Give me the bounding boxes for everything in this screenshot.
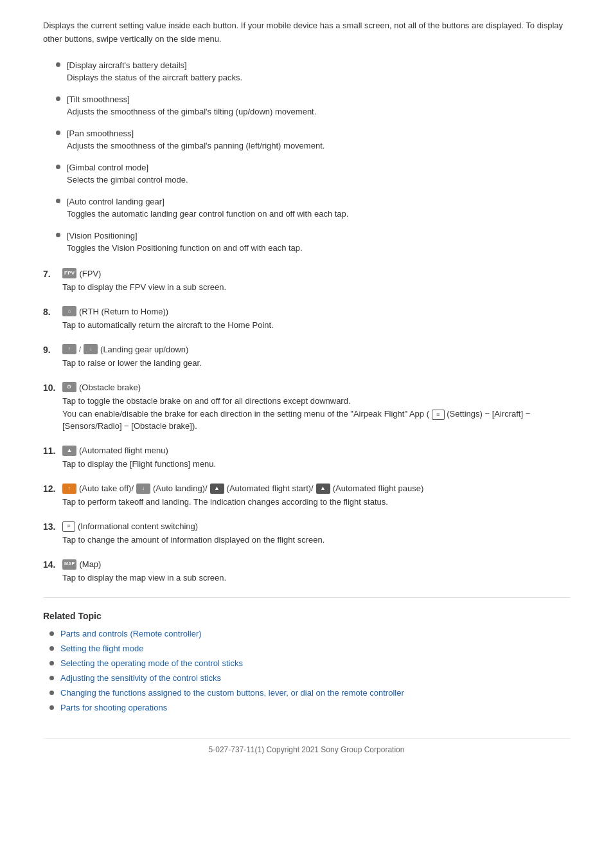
bullet-desc-3: Adjusts the smoothness of the gimbal's p… [67, 140, 324, 152]
item-number-9: 9. [43, 343, 62, 357]
item-label-text-7: (FPV) [79, 267, 101, 280]
related-topic-section: Related Topic Parts and controls (Remote… [43, 611, 570, 712]
item-label-text-10: (Obstacle brake) [79, 381, 141, 394]
item-desc-11: Tap to display the [Flight functions] me… [62, 458, 570, 471]
bullet-title-4: [Gimbal control mode] [67, 161, 188, 174]
bullet-title-5: [Auto control landing gear] [67, 195, 348, 208]
label-12b: (Auto landing)/ [153, 482, 208, 495]
auto-flight-pause-icon: ▲ [316, 484, 330, 494]
item-label-text-14: (Map) [79, 558, 101, 571]
bullet-content-2: [Tilt smoothness] Adjusts the smoothness… [67, 93, 316, 118]
item-desc-13: Tap to change the amount of information … [62, 534, 570, 547]
related-link-3[interactable]: Selecting the operating mode of the cont… [60, 658, 243, 668]
item-body-14: MAP (Map) Tap to display the map view in… [62, 558, 570, 584]
related-item-6: Parts for shooting operations [49, 703, 570, 712]
bullet-desc-5: Toggles the automatic landing gear contr… [67, 208, 348, 221]
item-label-text-9: (Landing gear up/down) [100, 343, 188, 356]
footer-text: 5-027-737-11(1) Copyright 2021 Sony Grou… [209, 745, 405, 754]
auto-flight-icon: ▲ [62, 446, 76, 456]
item-body-9: ↑ / ↓ (Landing gear up/down) Tap to rais… [62, 343, 570, 370]
item-number-13: 13. [43, 520, 62, 534]
item-label-11: ▲ (Automated flight menu) [62, 444, 570, 457]
item-label-text-11: (Automated flight menu) [79, 444, 168, 457]
numbered-item-14: 14. MAP (Map) Tap to display the map vie… [43, 558, 570, 584]
list-item: [Pan smoothness] Adjusts the smoothness … [56, 127, 570, 152]
bullet-title-3: [Pan smoothness] [67, 127, 324, 140]
bullet-desc-1: Displays the status of the aircraft batt… [67, 71, 242, 84]
related-dot-3 [49, 661, 54, 665]
numbered-item-12: 12. ↑ (Auto take off)/ ↓ (Auto landing)/… [43, 482, 570, 509]
item-desc-9: Tap to raise or lower the landing gear. [62, 357, 570, 370]
bullet-dot-4 [56, 165, 60, 169]
auto-takeoff-icon: ↑ [62, 484, 76, 494]
bullet-desc-2: Adjusts the smoothness of the gimbal's t… [67, 105, 316, 118]
bullet-content-4: [Gimbal control mode] Selects the gimbal… [67, 161, 188, 186]
bullet-dot-1 [56, 62, 60, 67]
section-divider [43, 597, 570, 598]
bullet-dot-3 [56, 131, 60, 135]
numbered-item-8: 8. ⌂ (RTH (Return to Home)) Tap to autom… [43, 305, 570, 332]
list-item: [Display aircraft's battery details] Dis… [56, 59, 570, 84]
bullet-title-6: [Vision Positioning] [67, 230, 303, 242]
related-link-5[interactable]: Changing the functions assigned to the c… [60, 688, 404, 698]
settings-icon: ≡ [432, 410, 445, 420]
item-label-13: ≡ (Informational content switching) [62, 520, 570, 533]
item-label-text-8: (RTH (Return to Home)) [79, 305, 168, 318]
item-body-11: ▲ (Automated flight menu) Tap to display… [62, 444, 570, 471]
item-body-12: ↑ (Auto take off)/ ↓ (Auto landing)/ ▲ (… [62, 482, 570, 509]
label-12d: (Automated flight pause) [333, 482, 424, 495]
label-12c: (Automated flight start)/ [227, 482, 314, 495]
related-link-4[interactable]: Adjusting the sensitivity of the control… [60, 673, 221, 683]
item-label-7: FPV (FPV) [62, 267, 570, 280]
item-body-8: ⌂ (RTH (Return to Home)) Tap to automati… [62, 305, 570, 332]
bullet-content-5: [Auto control landing gear] Toggles the … [67, 195, 348, 221]
item-desc-10a: Tap to toggle the obstacle brake on and … [62, 395, 570, 408]
item-label-8: ⌂ (RTH (Return to Home)) [62, 305, 570, 318]
intro-paragraph: Displays the current setting value insid… [43, 19, 570, 46]
item-body-13: ≡ (Informational content switching) Tap … [62, 520, 570, 547]
related-topic-title: Related Topic [43, 611, 570, 621]
item-label-text-13: (Informational content switching) [78, 520, 198, 533]
numbered-item-13: 13. ≡ (Informational content switching) … [43, 520, 570, 547]
item-number-10: 10. [43, 381, 62, 395]
related-dot-4 [49, 676, 54, 680]
auto-flight-start-icon: ▲ [210, 484, 224, 494]
item-number-7: 7. [43, 267, 62, 281]
numbered-item-9: 9. ↑ / ↓ (Landing gear up/down) Tap to r… [43, 343, 570, 370]
item-desc-14: Tap to display the map view in a sub scr… [62, 572, 570, 584]
fpv-icon: FPV [62, 268, 76, 278]
item-label-12: ↑ (Auto take off)/ ↓ (Auto landing)/ ▲ (… [62, 482, 570, 495]
bullet-content-6: [Vision Positioning] Toggles the Vision … [67, 230, 303, 255]
numbered-item-10: 10. ⊙ (Obstacle brake) Tap to toggle the… [43, 381, 570, 433]
list-item: [Gimbal control mode] Selects the gimbal… [56, 161, 570, 186]
item-number-8: 8. [43, 305, 62, 319]
bullet-desc-4: Selects the gimbal control mode. [67, 174, 188, 186]
related-links-list: Parts and controls (Remote controller) S… [49, 629, 570, 712]
bullet-dot-2 [56, 96, 60, 101]
item-label-14: MAP (Map) [62, 558, 570, 571]
lg-down-icon: ↓ [84, 344, 98, 354]
bullet-desc-6: Toggles the Vision Positioning function … [67, 242, 303, 255]
related-link-2[interactable]: Setting the flight mode [60, 644, 143, 653]
related-dot-1 [49, 631, 54, 636]
obstacle-icon: ⊙ [62, 382, 76, 392]
related-link-6[interactable]: Parts for shooting operations [60, 703, 167, 712]
list-item: [Auto control landing gear] Toggles the … [56, 195, 570, 221]
label-12a: (Auto take off)/ [79, 482, 134, 495]
bullet-dot-5 [56, 199, 60, 203]
rth-icon: ⌂ [62, 306, 76, 316]
related-item-2: Setting the flight mode [49, 644, 570, 653]
item-label-10: ⊙ (Obstacle brake) [62, 381, 570, 394]
bullet-content-1: [Display aircraft's battery details] Dis… [67, 59, 242, 84]
related-link-1[interactable]: Parts and controls (Remote controller) [60, 629, 202, 638]
lg-up-icon: ↑ [62, 344, 76, 354]
bullet-list: [Display aircraft's battery details] Dis… [56, 59, 570, 255]
page-wrapper: Displays the current setting value insid… [17, 0, 596, 767]
list-item: [Tilt smoothness] Adjusts the smoothness… [56, 93, 570, 118]
item-number-11: 11. [43, 444, 62, 458]
item-label-9: ↑ / ↓ (Landing gear up/down) [62, 343, 570, 356]
desc-10b-text: You can enable/disable the brake for eac… [62, 409, 429, 419]
numbered-item-7: 7. FPV (FPV) Tap to display the FPV view… [43, 267, 570, 294]
item-body-10: ⊙ (Obstacle brake) Tap to toggle the obs… [62, 381, 570, 433]
info-icon: ≡ [62, 521, 75, 532]
